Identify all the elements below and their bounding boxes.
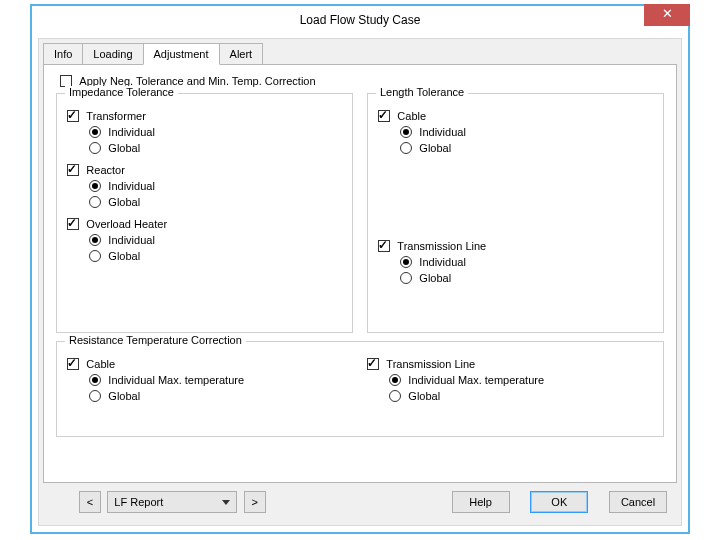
transformer-individual-label: Individual (108, 126, 154, 138)
length-transmission-individual-row[interactable]: Individual (400, 254, 653, 268)
tab-loading[interactable]: Loading (82, 43, 143, 65)
transformer-individual-row[interactable]: Individual (89, 124, 342, 138)
rtc-transmission-global-row[interactable]: Global (389, 388, 653, 402)
rtc-cable-label: Cable (86, 358, 115, 370)
overload-global-row[interactable]: Global (89, 248, 342, 262)
length-cable-individual-radio[interactable] (400, 126, 412, 138)
transformer-checkbox[interactable] (67, 110, 79, 122)
overload-label: Overload Heater (86, 218, 167, 230)
length-cable-checkbox[interactable] (378, 110, 390, 122)
prev-report-button[interactable]: < (79, 491, 101, 513)
length-cable-global-row[interactable]: Global (400, 140, 653, 154)
rtc-cable-individual-radio[interactable] (89, 374, 101, 386)
transformer-row[interactable]: Transformer (67, 108, 342, 122)
length-transmission-global-radio[interactable] (400, 272, 412, 284)
rtc-transmission-individual-row[interactable]: Individual Max. temperature (389, 372, 653, 386)
rtc-transmission-global-radio[interactable] (389, 390, 401, 402)
overload-checkbox[interactable] (67, 218, 79, 230)
reactor-individual-row[interactable]: Individual (89, 178, 342, 192)
transformer-individual-radio[interactable] (89, 126, 101, 138)
reactor-individual-radio[interactable] (89, 180, 101, 192)
impedance-tolerance-group: Impedance Tolerance Transformer Individu… (56, 93, 353, 333)
length-cable-row[interactable]: Cable (378, 108, 653, 122)
reactor-checkbox[interactable] (67, 164, 79, 176)
window-title: Load Flow Study Case (32, 6, 688, 34)
reactor-global-radio[interactable] (89, 196, 101, 208)
transformer-global-radio[interactable] (89, 142, 101, 154)
reactor-row[interactable]: Reactor (67, 162, 342, 176)
length-cable-individual-row[interactable]: Individual (400, 124, 653, 138)
ok-button[interactable]: OK (530, 491, 588, 513)
rtc-transmission-checkbox[interactable] (367, 358, 379, 370)
overload-individual-label: Individual (108, 234, 154, 246)
footer: < LF Report > Help OK Cancel (49, 489, 671, 517)
overload-global-radio[interactable] (89, 250, 101, 262)
rtc-group: Resistance Temperature Correction Cable … (56, 341, 664, 437)
reactor-individual-label: Individual (108, 180, 154, 192)
rtc-cable-global-radio[interactable] (89, 390, 101, 402)
client-area: Info Loading Adjustment Alert Apply Neg.… (38, 38, 682, 526)
rtc-cable-individual-row[interactable]: Individual Max. temperature (89, 372, 353, 386)
transformer-label: Transformer (86, 110, 146, 122)
rtc-cable-row[interactable]: Cable (67, 356, 353, 370)
rtc-transmission-global-label: Global (408, 390, 440, 402)
rtc-cable-checkbox[interactable] (67, 358, 79, 370)
reactor-global-row[interactable]: Global (89, 194, 342, 208)
rtc-cable-global-row[interactable]: Global (89, 388, 353, 402)
titlebar: Load Flow Study Case ✕ (32, 6, 688, 34)
rtc-cable-individual-label: Individual Max. temperature (108, 374, 244, 386)
rtc-transmission-individual-label: Individual Max. temperature (408, 374, 544, 386)
reactor-global-label: Global (108, 196, 140, 208)
apply-neg-row[interactable]: Apply Neg. Tolerance and Min. Temp. Corr… (60, 73, 664, 87)
cancel-button[interactable]: Cancel (609, 491, 667, 513)
length-transmission-global-row[interactable]: Global (400, 270, 653, 284)
length-cable-global-label: Global (419, 142, 451, 154)
report-combo[interactable]: LF Report (107, 491, 237, 513)
next-report-button[interactable]: > (244, 491, 266, 513)
rtc-transmission-individual-radio[interactable] (389, 374, 401, 386)
length-cable-global-radio[interactable] (400, 142, 412, 154)
rtc-cable-global-label: Global (108, 390, 140, 402)
transformer-global-label: Global (108, 142, 140, 154)
tab-alert[interactable]: Alert (219, 43, 264, 65)
length-transmission-row[interactable]: Transmission Line (378, 238, 653, 252)
rtc-transmission-label: Transmission Line (386, 358, 475, 370)
rtc-legend: Resistance Temperature Correction (65, 334, 246, 346)
length-transmission-global-label: Global (419, 272, 451, 284)
overload-individual-row[interactable]: Individual (89, 232, 342, 246)
length-cable-label: Cable (397, 110, 426, 122)
reactor-label: Reactor (86, 164, 125, 176)
impedance-legend: Impedance Tolerance (65, 86, 178, 98)
tab-info[interactable]: Info (43, 43, 83, 65)
help-button[interactable]: Help (452, 491, 510, 513)
close-button[interactable]: ✕ (644, 4, 690, 26)
tab-page-adjustment: Apply Neg. Tolerance and Min. Temp. Corr… (43, 64, 677, 483)
overload-row[interactable]: Overload Heater (67, 216, 342, 230)
length-legend: Length Tolerance (376, 86, 468, 98)
tab-adjustment[interactable]: Adjustment (143, 43, 220, 65)
length-transmission-label: Transmission Line (397, 240, 486, 252)
overload-individual-radio[interactable] (89, 234, 101, 246)
length-transmission-individual-radio[interactable] (400, 256, 412, 268)
length-tolerance-group: Length Tolerance Cable Individual (367, 93, 664, 333)
length-cable-individual-label: Individual (419, 126, 465, 138)
dialog-window: Load Flow Study Case ✕ Info Loading Adju… (30, 4, 690, 534)
close-icon: ✕ (662, 6, 673, 21)
length-transmission-checkbox[interactable] (378, 240, 390, 252)
length-transmission-individual-label: Individual (419, 256, 465, 268)
transformer-global-row[interactable]: Global (89, 140, 342, 154)
tab-strip: Info Loading Adjustment Alert (43, 43, 262, 65)
rtc-transmission-row[interactable]: Transmission Line (367, 356, 653, 370)
overload-global-label: Global (108, 250, 140, 262)
